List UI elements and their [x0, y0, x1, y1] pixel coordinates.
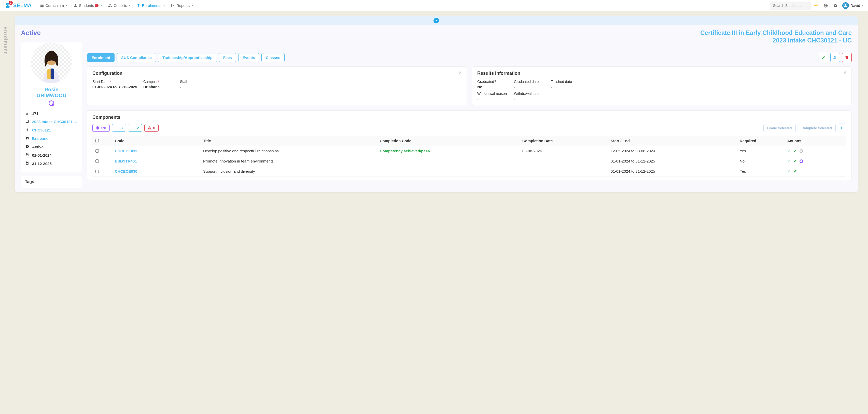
code-link[interactable]: BSBSTR401: [115, 159, 137, 163]
info-code[interactable]: CHC30121: [25, 126, 78, 134]
info-intake[interactable]: 2023 Intake CHC30121 ...: [25, 117, 78, 126]
chevron-down-icon: ▾: [66, 4, 67, 7]
start-end: 01-01-2024 to 31-12-2025: [609, 156, 738, 166]
logo-badge: 2: [9, 1, 13, 5]
results-panel: Results Information Graduated? No Gradua…: [472, 66, 852, 105]
svg-text:?: ?: [27, 145, 28, 148]
donut-icon: [800, 160, 803, 163]
components-table: Code Title Completion Code Completion Da…: [92, 136, 846, 176]
enrolment-status: Active: [21, 29, 41, 37]
config-panel: Configuration Start Date * 01-01-2024 to…: [87, 66, 467, 105]
info-start: 01-01-2024: [25, 151, 78, 160]
grad-cap-icon: [136, 4, 141, 8]
edit-disabled-icon: [787, 159, 792, 164]
tags-title: Tags: [25, 179, 78, 184]
svg-line-6: [817, 7, 817, 7]
people-icon: [108, 4, 112, 8]
tab-row: Enrolment AUS Compliance Traineeship/App…: [87, 53, 852, 62]
course-title: Certificate III in Early Childhood Educa…: [700, 29, 852, 44]
chevron-down-icon: ▾: [192, 4, 193, 7]
component-settings-button[interactable]: [838, 124, 846, 132]
students-badge: 1: [95, 4, 98, 7]
theme-toggle[interactable]: [812, 1, 820, 10]
required: No: [738, 156, 785, 166]
user-name: David: [850, 3, 860, 8]
side-label: Enrolment: [3, 27, 8, 54]
nav-enrolments[interactable]: Enrolments ▾: [134, 2, 167, 9]
complete-selected-button[interactable]: Complete Selected: [798, 124, 836, 132]
config-staff: -: [180, 85, 211, 89]
pencil-icon[interactable]: [459, 70, 463, 75]
chevron-down-icon: ▾: [163, 4, 165, 7]
pencil-icon[interactable]: [843, 70, 847, 75]
nav-curriculum[interactable]: Curriculum ▾: [37, 2, 70, 9]
edit-icon[interactable]: [794, 159, 798, 164]
menu-icon: [40, 4, 44, 8]
logo-icon: 2: [5, 2, 11, 9]
select-all-checkbox[interactable]: [95, 139, 99, 142]
question-icon: ?: [25, 144, 30, 149]
tab-fees[interactable]: Fees: [219, 53, 236, 62]
delete-button[interactable]: [842, 53, 852, 62]
tab-classes[interactable]: Classes: [261, 53, 285, 62]
config-campus: Brisbane: [143, 85, 174, 89]
info-status: ? Active: [25, 143, 78, 151]
tags-card: Tags: [21, 176, 82, 188]
chevron-down-icon: ▾: [862, 4, 863, 7]
chip-count[interactable]: 3: [112, 124, 126, 132]
table-header: Code Title Completion Code Completion Da…: [92, 136, 846, 146]
info-end: 31-12-2025: [25, 160, 78, 168]
start-end: 12-05-2024 to 08-08-2024: [609, 146, 738, 156]
code-link[interactable]: CHCECE033: [115, 149, 137, 153]
brand-text: SELMA: [13, 3, 32, 8]
top-nav: 2 SELMA Curriculum ▾ Students 1 ▾ Cohort…: [0, 0, 868, 11]
components-title: Components: [92, 115, 846, 120]
table-row: CHCECE033 Develop positive and respectfu…: [92, 146, 846, 156]
tab-traineeship[interactable]: Traineeship/Apprenticeship: [158, 53, 217, 62]
arrow-up-icon: [25, 128, 30, 133]
calendar-icon: [25, 161, 30, 166]
edit-disabled-icon: [787, 148, 792, 153]
row-checkbox[interactable]: [95, 160, 99, 163]
avatar: [842, 2, 849, 9]
table-row: BSBSTR401 Promote innovation in team env…: [92, 156, 846, 166]
svg-rect-14: [51, 68, 54, 79]
tab-enrolment[interactable]: Enrolment: [87, 53, 115, 62]
chip-percent[interactable]: 0%: [92, 124, 110, 132]
row-checkbox[interactable]: [95, 170, 99, 173]
svg-line-8: [817, 4, 817, 5]
building-icon: [25, 136, 30, 141]
chip-warn[interactable]: 0: [144, 124, 159, 132]
results-grad: No: [477, 85, 508, 89]
chip-star[interactable]: 2: [128, 124, 142, 132]
chart-icon: [171, 4, 175, 8]
user-menu[interactable]: David ▾: [842, 2, 863, 9]
tab-aus-compliance[interactable]: AUS Compliance: [117, 53, 156, 62]
completion-date: 08-08-2024: [520, 146, 609, 156]
globe-icon[interactable]: [822, 1, 830, 10]
hash-icon: #: [25, 111, 30, 116]
calendar-icon: [25, 153, 30, 158]
collapse-button[interactable]: [433, 18, 439, 24]
info-campus[interactable]: Brisbane: [25, 134, 78, 143]
donut-icon: [49, 100, 54, 106]
nav-students[interactable]: Students 1 ▾: [71, 2, 104, 9]
gear-icon[interactable]: [831, 1, 840, 10]
completion-date: [520, 156, 609, 166]
donut-icon: [800, 149, 803, 153]
edit-enrolment-button[interactable]: [818, 53, 828, 62]
tab-events[interactable]: Events: [238, 53, 259, 62]
logo[interactable]: 2 SELMA: [5, 2, 32, 9]
required: Yes: [738, 146, 785, 156]
grade-selected-button[interactable]: Grade Selected: [764, 124, 796, 132]
edit-icon[interactable]: [794, 169, 798, 174]
svg-point-0: [815, 5, 817, 6]
start-end: 01-01-2024 to 31-12-2025: [609, 166, 738, 176]
code-link[interactable]: CHCECE030: [115, 169, 137, 173]
row-checkbox[interactable]: [95, 149, 99, 152]
search-input[interactable]: [770, 2, 811, 10]
edit-icon[interactable]: [794, 148, 798, 153]
nav-cohorts[interactable]: Cohorts ▾: [105, 2, 133, 9]
nav-reports[interactable]: Reports ▾: [168, 2, 196, 9]
person-settings-button[interactable]: [830, 53, 840, 62]
